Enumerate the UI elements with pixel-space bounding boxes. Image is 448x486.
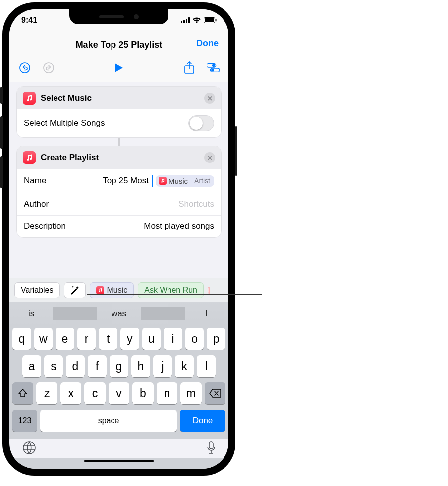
remove-action-button[interactable]: ✕ <box>204 93 215 104</box>
key-j[interactable]: j <box>153 355 172 377</box>
editor-toolbar <box>9 56 228 82</box>
undo-button[interactable] <box>18 61 31 74</box>
name-field[interactable]: Top 25 Most Music Artist <box>46 175 214 187</box>
suggestion-1[interactable]: is <box>9 302 53 325</box>
done-button[interactable]: Done <box>196 38 219 49</box>
variable-bar: Variables Music Ask When Run <box>9 278 228 302</box>
select-multiple-label: Select Multiple Songs <box>24 118 105 128</box>
page-title: Make Top 25 Playlist <box>76 40 163 50</box>
token-label: Music <box>168 177 188 185</box>
key-u[interactable]: u <box>142 328 161 350</box>
action-create-playlist: Create Playlist ✕ Name Top 25 Most Music… <box>16 146 222 238</box>
shift-key[interactable] <box>12 382 33 404</box>
notch <box>69 9 168 24</box>
volume-up-button <box>0 116 3 149</box>
key-f[interactable]: f <box>88 355 107 377</box>
action-title: Create Playlist <box>41 153 99 162</box>
svg-point-8 <box>44 63 54 73</box>
action-title: Select Music <box>41 93 92 103</box>
key-k[interactable]: k <box>175 355 194 377</box>
home-indicator <box>9 458 228 469</box>
wifi-icon <box>192 17 201 23</box>
suggestion-2[interactable]: was <box>97 302 141 325</box>
key-g[interactable]: g <box>110 355 128 377</box>
key-d[interactable]: d <box>66 355 85 377</box>
mute-switch <box>0 87 3 104</box>
volume-down-button <box>0 156 3 188</box>
keyboard-suggestions: is was I <box>9 302 228 325</box>
svg-rect-6 <box>216 19 217 22</box>
svg-point-14 <box>23 442 35 454</box>
dictation-key[interactable] <box>207 441 216 456</box>
numbers-key[interactable]: 123 <box>12 410 37 432</box>
key-x[interactable]: x <box>60 382 81 404</box>
share-button[interactable] <box>183 61 196 74</box>
key-c[interactable]: c <box>84 382 105 404</box>
settings-button[interactable] <box>207 61 220 74</box>
key-q[interactable]: q <box>12 328 31 350</box>
key-i[interactable]: i <box>164 328 182 350</box>
shortcut-canvas: Select Music ✕ Select Multiple Songs <box>9 82 228 278</box>
variable-token-music[interactable]: Music Artist <box>156 175 214 187</box>
svg-rect-2 <box>186 19 187 23</box>
magic-variable-button[interactable] <box>64 282 86 298</box>
select-multiple-toggle[interactable] <box>188 115 214 131</box>
keyboard-bottom-row <box>9 439 228 458</box>
text-cursor <box>152 175 153 187</box>
suggestion-3[interactable]: I <box>185 302 228 325</box>
svg-rect-15 <box>209 442 213 449</box>
svg-point-7 <box>20 63 30 73</box>
key-a[interactable]: a <box>22 355 41 377</box>
svg-rect-0 <box>181 21 182 23</box>
status-time: 9:41 <box>21 16 37 25</box>
key-p[interactable]: p <box>207 328 225 350</box>
keyboard: q w e r t y u i o p a s d f g h <box>9 325 228 439</box>
backspace-key[interactable] <box>205 382 225 404</box>
svg-rect-1 <box>183 20 185 23</box>
key-r[interactable]: r <box>77 328 96 350</box>
name-label: Name <box>24 176 46 186</box>
key-v[interactable]: v <box>109 382 129 404</box>
music-variable-chip[interactable]: Music <box>90 282 134 298</box>
key-m[interactable]: m <box>180 382 201 404</box>
svg-point-11 <box>212 64 215 67</box>
key-z[interactable]: z <box>36 382 57 404</box>
key-w[interactable]: w <box>34 328 53 350</box>
author-field[interactable]: Shortcuts <box>178 199 214 209</box>
action-select-music: Select Music ✕ Select Multiple Songs <box>16 86 222 138</box>
key-e[interactable]: e <box>56 328 74 350</box>
overflow-chip[interactable] <box>208 287 210 294</box>
token-property: Artist <box>191 177 210 185</box>
emoji-key[interactable] <box>22 441 36 457</box>
key-o[interactable]: o <box>185 328 204 350</box>
key-n[interactable]: n <box>157 382 177 404</box>
action-connector <box>118 138 120 146</box>
name-text: Top 25 Most <box>103 176 149 186</box>
space-key[interactable]: space <box>40 410 177 432</box>
remove-action-button[interactable]: ✕ <box>204 152 215 163</box>
key-y[interactable]: y <box>120 328 139 350</box>
key-l[interactable]: l <box>197 355 216 377</box>
music-app-icon <box>23 151 36 164</box>
variables-button[interactable]: Variables <box>14 282 60 298</box>
chip-label: Music <box>107 286 128 295</box>
music-app-icon <box>23 92 36 105</box>
run-button[interactable] <box>112 61 125 74</box>
power-button <box>235 126 237 176</box>
cellular-icon <box>181 17 190 23</box>
music-app-icon <box>159 177 167 185</box>
music-app-icon <box>96 286 104 294</box>
svg-point-13 <box>211 69 214 72</box>
battery-icon <box>204 17 217 23</box>
redo-button <box>42 61 55 74</box>
keyboard-done-key[interactable]: Done <box>180 410 225 432</box>
key-b[interactable]: b <box>132 382 153 404</box>
key-h[interactable]: h <box>131 355 150 377</box>
callout-line <box>87 294 262 295</box>
key-t[interactable]: t <box>99 328 117 350</box>
description-field[interactable]: Most played songs <box>144 221 214 231</box>
author-label: Author <box>24 199 49 209</box>
ask-when-run-chip[interactable]: Ask When Run <box>138 282 204 298</box>
svg-rect-5 <box>205 18 214 22</box>
key-s[interactable]: s <box>44 355 63 377</box>
